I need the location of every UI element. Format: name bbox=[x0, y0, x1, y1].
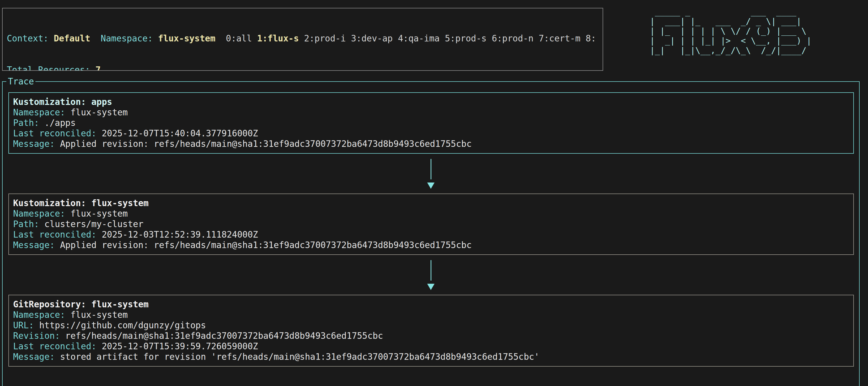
trace-node-gitrepository-flux-system[interactable]: GitRepository:flux-systemNamespace:flux-… bbox=[8, 295, 854, 366]
trace-node-title: Kustomization:flux-system bbox=[13, 198, 853, 208]
trace-node-field: Path:./apps bbox=[13, 118, 853, 128]
field-value: flux-system bbox=[70, 208, 128, 219]
field-value: 2025-12-07T15:40:04.377916000Z bbox=[102, 128, 258, 138]
field-value: Applied revision: refs/heads/main@sha1:3… bbox=[60, 240, 472, 250]
arrow-line bbox=[431, 159, 431, 180]
trace-node-field: Namespace:flux-system bbox=[13, 310, 853, 320]
field-label: Namespace: bbox=[13, 107, 65, 118]
trace-node-field: Last reconciled:2025-12-07T15:39:59.7260… bbox=[13, 341, 853, 352]
field-label: Kustomization: bbox=[13, 198, 86, 208]
field-label: Revision: bbox=[13, 331, 60, 341]
arrow-line bbox=[431, 260, 431, 281]
trace-node-field: Message:Applied revision: refs/heads/mai… bbox=[13, 139, 853, 149]
field-value: https://github.com/dgunzy/gitops bbox=[39, 320, 206, 330]
trace-node-kustomization-apps[interactable]: Kustomization:appsNamespace:flux-systemP… bbox=[8, 92, 854, 154]
status-panel: Context:DefaultNamespace:flux-system0:al… bbox=[2, 8, 603, 71]
field-value: refs/heads/main@sha1:31ef9adc37007372ba6… bbox=[65, 331, 383, 341]
namespace-value: flux-system bbox=[158, 33, 216, 43]
trace-node-title: GitRepository:flux-system bbox=[13, 299, 853, 310]
arrow-down-icon bbox=[427, 284, 435, 290]
field-value: 2025-12-07T15:39:59.726059000Z bbox=[102, 341, 258, 351]
namespace-tab-8[interactable]: 8: bbox=[586, 33, 596, 43]
field-label: Namespace: bbox=[13, 208, 65, 219]
trace-node-field: Last reconciled:2025-12-03T12:52:39.1118… bbox=[13, 229, 853, 240]
field-value: Applied revision: refs/heads/main@sha1:3… bbox=[60, 139, 472, 149]
namespace-tab-0-all[interactable]: 0:all bbox=[226, 33, 252, 43]
trace-panel: Trace Kustomization:appsNamespace:flux-s… bbox=[2, 81, 860, 386]
flux95-app: Context:DefaultNamespace:flux-system0:al… bbox=[0, 0, 868, 386]
field-value: clusters/my-cluster bbox=[44, 219, 144, 229]
field-label: Namespace: bbox=[13, 310, 65, 320]
namespace-tab-5-prod-s[interactable]: 5:prod-s bbox=[445, 33, 487, 43]
trace-node-field: Revision:refs/heads/main@sha1:31ef9adc37… bbox=[13, 331, 853, 341]
trace-node-field: Namespace:flux-system bbox=[13, 208, 853, 219]
field-value: flux-system bbox=[70, 310, 128, 320]
namespace-tab-7-cert-m[interactable]: 7:cert-m bbox=[539, 33, 580, 43]
field-label: Message: bbox=[13, 240, 55, 250]
namespace-tab-2-prod-i[interactable]: 2:prod-i bbox=[304, 33, 346, 43]
context-label: Context: bbox=[7, 33, 49, 43]
trace-node-field: Namespace:flux-system bbox=[13, 107, 853, 118]
arrow-connector bbox=[3, 255, 859, 295]
arrow-down-icon bbox=[427, 183, 435, 189]
namespace-tab-3-dev-ap[interactable]: 3:dev-ap bbox=[351, 33, 393, 43]
field-label: Path: bbox=[13, 118, 39, 128]
field-label: GitRepository: bbox=[13, 299, 86, 310]
field-value: 2025-12-03T12:52:39.111824000Z bbox=[102, 229, 258, 240]
field-label: Last reconciled: bbox=[13, 341, 96, 351]
total-resources-value: 7 bbox=[95, 65, 101, 71]
field-value: ./apps bbox=[44, 118, 75, 128]
context-line: Context:DefaultNamespace:flux-system0:al… bbox=[7, 33, 602, 44]
trace-node-field: Message:stored artifact for revision 're… bbox=[13, 352, 853, 362]
trace-node-field: URL:https://github.com/dgunzy/gitops bbox=[13, 320, 853, 331]
trace-node-field: Message:Applied revision: refs/heads/mai… bbox=[13, 240, 853, 250]
field-label: Last reconciled: bbox=[13, 128, 96, 138]
field-label: Last reconciled: bbox=[13, 229, 96, 240]
field-label: Message: bbox=[13, 352, 55, 362]
field-value: flux-system bbox=[70, 107, 128, 118]
field-label: URL: bbox=[13, 320, 34, 330]
field-value: flux-system bbox=[91, 198, 149, 208]
context-value: Default bbox=[54, 33, 90, 43]
namespace-tab-1-flux-s[interactable]: 1:flux-s bbox=[257, 33, 299, 43]
trace-panel-title: Trace bbox=[6, 76, 35, 87]
arrow-connector bbox=[3, 154, 859, 194]
namespace-label: Namespace: bbox=[101, 33, 153, 43]
namespace-tabs: 0:all1:flux-s2:prod-i3:dev-ap4:qa-ima5:p… bbox=[226, 33, 596, 43]
trace-node-title: Kustomization:apps bbox=[13, 97, 853, 107]
total-resources-line: Total Resources:7 bbox=[7, 65, 602, 71]
field-value: apps bbox=[91, 97, 112, 107]
field-value: flux-system bbox=[91, 299, 149, 310]
trace-node-list: Kustomization:appsNamespace:flux-systemP… bbox=[3, 92, 859, 366]
field-value: stored artifact for revision 'refs/heads… bbox=[60, 352, 539, 362]
total-resources-label: Total Resources: bbox=[7, 65, 90, 71]
trace-node-kustomization-flux-system[interactable]: Kustomization:flux-systemNamespace:flux-… bbox=[8, 194, 854, 255]
namespace-tab-6-prod-n[interactable]: 6:prod-n bbox=[492, 33, 533, 43]
trace-node-field: Path:clusters/my-cluster bbox=[13, 219, 853, 229]
trace-node-field: Last reconciled:2025-12-07T15:40:04.3779… bbox=[13, 128, 853, 139]
namespace-tab-4-qa-ima[interactable]: 4:qa-ima bbox=[398, 33, 439, 43]
field-label: Path: bbox=[13, 219, 39, 229]
field-label: Kustomization: bbox=[13, 97, 86, 107]
flux95-ascii-logo: _____ _ ___ ____ | ___| |_ ___ _/ _ \| _… bbox=[650, 7, 812, 55]
field-label: Message: bbox=[13, 139, 55, 149]
